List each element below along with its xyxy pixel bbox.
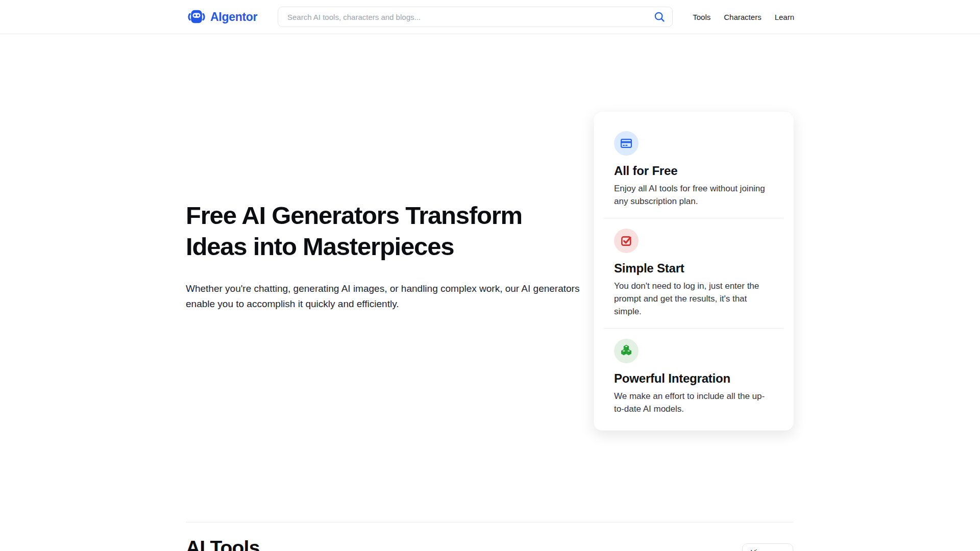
feature-powerful-integration: Powerful Integration We make an effort t… — [614, 339, 773, 415]
card-divider — [604, 328, 783, 329]
hero-heading: Free AI Generators Transform Ideas into … — [186, 200, 564, 262]
search-icon[interactable] — [653, 11, 666, 23]
feature-simple-start: Simple Start You don't need to log in, j… — [614, 229, 773, 318]
hero-heading-line2: Ideas into Masterpieces — [186, 231, 564, 262]
cubes-icon — [614, 339, 639, 363]
feature-all-for-free: All for Free Enjoy all AI tools for free… — [614, 131, 773, 208]
feature-title: All for Free — [614, 164, 773, 178]
nav-item-tools[interactable]: Tools — [693, 13, 710, 21]
section-divider — [186, 522, 793, 522]
feature-title: Simple Start — [614, 261, 773, 276]
feature-description: We make an effort to include all the up-… — [614, 390, 773, 415]
check-square-icon — [614, 229, 639, 253]
hero-heading-line1: Free AI Generators Transform — [186, 200, 564, 231]
nav-item-learn[interactable]: Learn — [775, 13, 794, 21]
header: AIgentor Tools Characters Learn — [0, 0, 980, 34]
feature-card: All for Free Enjoy all AI tools for free… — [594, 112, 794, 431]
nav-item-characters[interactable]: Characters — [724, 13, 761, 21]
tools-heading: AI Tools — [186, 537, 260, 551]
card-divider — [604, 218, 783, 218]
search-input[interactable] — [278, 7, 673, 27]
feature-description: You don't need to log in, just enter the… — [614, 280, 773, 318]
credit-card-icon — [614, 131, 639, 156]
header-nav: Tools Characters Learn — [693, 0, 794, 34]
view-more-button[interactable]: View more — [742, 543, 793, 551]
search-box — [278, 7, 673, 27]
brand-logo[interactable]: AIgentor — [187, 0, 257, 34]
page: AIgentor Tools Characters Learn Free AI … — [0, 0, 980, 551]
tools-section-header: AI Tools View more — [186, 537, 793, 551]
feature-title: Powerful Integration — [614, 371, 773, 386]
brand-name: AIgentor — [210, 10, 257, 24]
hero-subtitle: Whether you're chatting, generating AI i… — [186, 281, 589, 312]
feature-description: Enjoy all AI tools for free without join… — [614, 182, 773, 208]
robot-icon — [187, 9, 206, 25]
